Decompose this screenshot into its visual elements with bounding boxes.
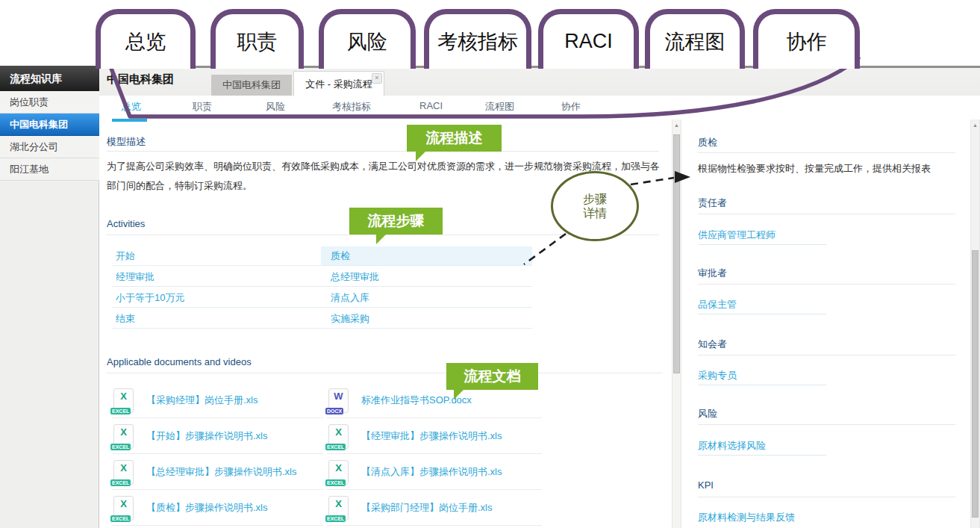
activity-link-end[interactable]: 结束 xyxy=(112,309,321,329)
annotation-tab-kpi: 考核指标 xyxy=(424,9,531,69)
annotation-callout-process-steps: 流程步骤 xyxy=(349,208,443,235)
divider xyxy=(698,244,826,245)
excel-icon: XEXCEL xyxy=(113,460,134,485)
excel-icon: XEXCEL xyxy=(328,460,349,485)
annotation-tab-label: 总览 xyxy=(125,28,166,55)
activity-link-start[interactable]: 开始 xyxy=(112,246,321,266)
document-row: XEXCEL 【开始】步骤操作说明书.xls xyxy=(112,418,323,454)
tab-label: 中国电科集团 xyxy=(222,78,281,92)
document-link[interactable]: 【经理审批】步骤操作说明书.xls xyxy=(361,418,502,454)
excel-icon: XEXCEL xyxy=(328,424,349,449)
excel-letter: X xyxy=(329,462,348,473)
annotation-tab-raci: RACI xyxy=(538,9,639,69)
excel-icon: XEXCEL xyxy=(113,424,134,449)
excel-badge: EXCEL xyxy=(110,515,131,522)
document-link[interactable]: 【清点入库】步骤操作说明书.xls xyxy=(361,454,502,490)
scrollbar-thumb[interactable] xyxy=(972,250,979,518)
divider xyxy=(698,284,955,285)
tab-label: 文件 - 采购流程 xyxy=(305,78,372,91)
divider xyxy=(107,151,659,152)
page-title: 中国电科集团 xyxy=(107,72,174,87)
subtab-raci[interactable]: RACI xyxy=(419,100,443,111)
document-row: XEXCEL 【经理审批】步骤操作说明书.xls xyxy=(327,418,542,454)
excel-badge: EXCEL xyxy=(325,515,346,522)
active-subtab-underline xyxy=(112,119,147,122)
excel-badge: EXCEL xyxy=(110,408,131,414)
annotation-tab-label: 职责 xyxy=(237,28,278,55)
tab-cetc-group[interactable]: 中国电科集团 xyxy=(211,75,292,96)
annotation-tab-label: 流程图 xyxy=(665,28,725,55)
activity-link-le-100k[interactable]: 小于等于10万元 xyxy=(112,288,321,308)
activity-link-gm-approval[interactable]: 总经理审批 xyxy=(321,267,532,287)
annotation-tab-duties: 职责 xyxy=(210,9,304,69)
activity-link-purchase[interactable]: 实施采购 xyxy=(321,309,532,329)
circle-note-line: 详情 xyxy=(583,206,607,220)
excel-badge: EXCEL xyxy=(325,444,346,450)
document-row: XEXCEL 【清点入库】步骤操作说明书.xls xyxy=(327,454,542,490)
subtab-risk[interactable]: 风险 xyxy=(266,100,285,114)
sidebar-item-yangjiang-base[interactable]: 阳江基地 xyxy=(0,158,99,181)
subtab-flowchart[interactable]: 流程图 xyxy=(485,100,514,114)
divider xyxy=(698,385,826,385)
document-link[interactable]: 【开始】步骤操作说明书.xls xyxy=(146,418,268,454)
annotation-circle-step-detail: 步骤 详情 xyxy=(551,171,639,241)
document-row: XEXCEL 【质检】步骤操作说明书.xls xyxy=(112,490,323,526)
subtab-collaboration[interactable]: 协作 xyxy=(561,100,581,114)
detail-section-approver: 审批者 xyxy=(698,267,727,280)
subtab-kpi[interactable]: 考核指标 xyxy=(332,100,371,114)
subtab-overview[interactable]: 总览 xyxy=(122,100,141,114)
detail-link-informed[interactable]: 采购专员 xyxy=(698,369,737,382)
document-link[interactable]: 【采购经理】岗位手册.xls xyxy=(146,382,258,418)
document-link[interactable]: 【采购部门经理】岗位手册.xls xyxy=(361,490,493,526)
annotation-callout-process-documents: 流程文档 xyxy=(446,363,538,390)
word-badge: DOCX xyxy=(325,408,343,414)
annotation-tab-overview: 总览 xyxy=(96,9,196,69)
callout-label: 流程文档 xyxy=(464,367,521,386)
section-title-model: 模型描述 xyxy=(107,135,146,149)
callout-tail xyxy=(454,389,464,400)
activity-link-manager-approval[interactable]: 经理审批 xyxy=(112,267,321,287)
detail-section-informed: 知会者 xyxy=(698,338,727,351)
excel-icon: XEXCEL xyxy=(113,388,134,413)
excel-letter: X xyxy=(114,462,133,473)
document-row: XEXCEL 【总经理审批】步骤操作说明书.xls xyxy=(112,454,323,490)
detail-link-approver[interactable]: 品保主管 xyxy=(698,298,737,311)
subtab-duties[interactable]: 职责 xyxy=(193,100,212,114)
excel-letter: X xyxy=(329,426,348,438)
sidebar-item-hubei-branch[interactable]: 湖北分公司 xyxy=(0,136,99,158)
detail-section-risk: 风险 xyxy=(698,407,717,420)
sidebar-panel xyxy=(0,181,99,528)
callout-label: 流程步骤 xyxy=(368,211,425,231)
close-icon[interactable]: × xyxy=(372,73,382,84)
section-title-activities: Activities xyxy=(107,218,145,229)
detail-link-owner[interactable]: 供应商管理工程师 xyxy=(698,229,775,242)
annotation-tab-label: RACI xyxy=(564,30,613,53)
annotation-tab-collaboration: 协作 xyxy=(753,9,860,69)
document-link[interactable]: 【质检】步骤操作说明书.xls xyxy=(146,490,268,526)
scroll-up-icon[interactable]: ▲ xyxy=(672,122,681,128)
word-letter: W xyxy=(329,391,348,402)
tab-file-procurement[interactable]: 文件 - 采购流程 × xyxy=(293,71,384,96)
detail-link-kpi[interactable]: 原材料检测与结果反馈 xyxy=(698,511,795,524)
divider xyxy=(698,314,826,314)
scrollbar-thumb[interactable] xyxy=(673,134,680,373)
detail-link-risk[interactable]: 原材料选择风险 xyxy=(698,439,766,453)
excel-icon: XEXCEL xyxy=(328,496,349,521)
document-link[interactable]: 【总经理审批】步骤操作说明书.xls xyxy=(146,454,297,490)
divider xyxy=(698,355,955,355)
excel-badge: EXCEL xyxy=(110,479,131,486)
annotation-tab-risk: 风险 xyxy=(319,9,416,69)
excel-badge: EXCEL xyxy=(110,444,131,450)
divider xyxy=(698,214,955,214)
excel-letter: X xyxy=(114,391,133,402)
section-title-documents: Applicable documents and videos xyxy=(107,356,252,367)
sidebar-item-cetc-group[interactable]: 中国电科集团 xyxy=(0,114,99,136)
divider xyxy=(107,373,663,373)
annotation-callout-process-description: 流程描述 xyxy=(407,125,502,152)
excel-icon: XEXCEL xyxy=(113,496,134,521)
activity-link-inventory[interactable]: 清点入库 xyxy=(321,288,532,308)
sidebar-title: 流程知识库 xyxy=(0,66,99,91)
sidebar-item-post-duties[interactable]: 岗位职责 xyxy=(0,91,99,114)
scroll-up-icon[interactable]: ▲ xyxy=(970,122,980,128)
activity-link-quality-check[interactable]: 质检 xyxy=(321,246,532,266)
